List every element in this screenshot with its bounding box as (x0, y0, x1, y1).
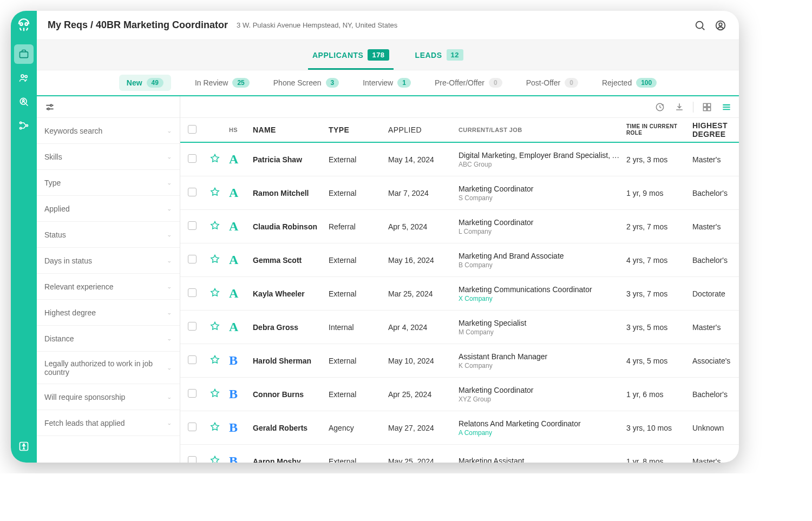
col-name[interactable]: NAME (253, 126, 329, 134)
row-checkbox[interactable] (188, 322, 197, 331)
filters-header[interactable] (37, 96, 180, 118)
applicant-row[interactable]: B Aaron Mosby External May 25, 2024 Mark… (180, 445, 739, 463)
svg-point-8 (20, 127, 22, 129)
applicant-row[interactable]: A Claudia Robinson Referral Apr 5, 2024 … (180, 210, 739, 243)
highest-degree: Master's (692, 323, 739, 332)
breadcrumb[interactable]: My Reqs / 40BR Marketing Coordinator (48, 19, 228, 31)
applicant-row[interactable]: A Ramon Mitchell External Mar 7, 2024 Ma… (180, 176, 739, 210)
nav-reqs-icon[interactable] (14, 44, 34, 64)
status-tabs: New49In Review25Phone Screen3Interview1P… (37, 70, 739, 96)
filter-fetch-leads-that-applied[interactable]: Fetch leads that applied⌄ (37, 410, 180, 436)
time-in-role: 3 yrs, 5 mos (626, 323, 692, 332)
filter-status[interactable]: Status⌄ (37, 222, 180, 248)
filter-relevant-experience[interactable]: Relevant experience⌄ (37, 274, 180, 300)
svg-rect-19 (708, 103, 711, 107)
filter-days-in-status[interactable]: Days in status⌄ (37, 248, 180, 274)
status-tab-interview[interactable]: Interview1 (363, 70, 411, 95)
favorite-star-icon[interactable] (209, 324, 220, 333)
row-checkbox[interactable] (188, 255, 197, 263)
applicant-row[interactable]: B Harold Sherman External May 10, 2024 A… (180, 344, 739, 378)
job-title: Assistant Branch Manager (459, 352, 621, 361)
row-checkbox[interactable] (188, 355, 197, 364)
tab-leads[interactable]: LEADS 12 (413, 40, 466, 70)
applicants-table: HS NAME TYPE APPLIED CURRENT/LAST JOB TI… (180, 96, 739, 463)
applicant-type: Internal (329, 323, 388, 332)
status-tab-new[interactable]: New49 (119, 75, 171, 91)
applicant-row[interactable]: A Patricia Shaw External May 14, 2024 Di… (180, 143, 739, 176)
favorite-star-icon[interactable] (209, 190, 220, 199)
user-profile-icon[interactable] (713, 18, 728, 33)
applicant-row[interactable]: A Kayla Wheeler External Mar 25, 2024 Ma… (180, 277, 739, 311)
status-count: 49 (147, 78, 163, 88)
svg-rect-2 (20, 52, 28, 58)
row-checkbox[interactable] (188, 221, 197, 230)
col-type[interactable]: TYPE (329, 126, 388, 134)
job-title: Marketing Specialist (459, 319, 621, 327)
svg-rect-18 (703, 103, 706, 107)
applicant-name: Debra Gross (253, 323, 329, 332)
favorite-star-icon[interactable] (209, 223, 220, 233)
job-title: Digital Marketing, Employer Brand Specia… (459, 151, 621, 160)
main-content: My Reqs / 40BR Marketing Coordinator 3 W… (37, 11, 739, 463)
filter-legally-authorized-to-work-in-job-country[interactable]: Legally authorized to work in job countr… (37, 352, 180, 384)
search-icon[interactable] (692, 18, 708, 33)
favorite-star-icon[interactable] (209, 425, 220, 434)
chevron-down-icon: ⌄ (167, 232, 172, 238)
filter-highest-degree[interactable]: Highest degree⌄ (37, 300, 180, 326)
applicant-name: Gemma Scott (253, 256, 329, 265)
row-checkbox[interactable] (188, 188, 197, 196)
chevron-down-icon: ⌄ (167, 420, 172, 426)
filter-label: Fetch leads that applied (44, 419, 125, 427)
status-tab-post-offer[interactable]: Post-Offer0 (526, 70, 578, 95)
tab-applicants[interactable]: APPLICANTS 178 (310, 40, 391, 70)
filter-applied[interactable]: Applied⌄ (37, 196, 180, 222)
row-checkbox[interactable] (188, 389, 197, 398)
favorite-star-icon[interactable] (209, 291, 220, 300)
grid-view-icon[interactable] (701, 101, 713, 113)
nav-search-person-icon[interactable] (14, 92, 34, 111)
refresh-icon[interactable] (654, 101, 666, 113)
col-hs[interactable]: HS (229, 127, 253, 133)
status-tab-in-review[interactable]: In Review25 (195, 70, 250, 95)
row-checkbox[interactable] (188, 288, 197, 297)
applicant-row[interactable]: A Debra Gross Internal Apr 4, 2024 Marke… (180, 311, 739, 344)
applicant-row[interactable]: B Connor Burns External Apr 25, 2024 Mar… (180, 378, 739, 411)
svg-point-12 (696, 21, 703, 28)
list-view-icon[interactable] (721, 101, 732, 113)
status-label: Post-Offer (526, 78, 561, 87)
filter-label: Days in status (44, 256, 92, 265)
select-all-checkbox[interactable] (188, 125, 197, 134)
favorite-star-icon[interactable] (209, 257, 220, 266)
filter-keywords-search[interactable]: Keywords search⌄ (37, 118, 180, 144)
col-time[interactable]: TIME IN CURRENT ROLE (626, 123, 692, 136)
applied-date: Mar 7, 2024 (388, 189, 459, 197)
status-tab-rejected[interactable]: Rejected100 (602, 70, 657, 95)
status-count: 100 (636, 78, 657, 88)
col-degree[interactable]: HIGHEST DEGREE (692, 121, 739, 139)
main-tabs: APPLICANTS 178 LEADS 12 (37, 40, 739, 70)
row-checkbox[interactable] (188, 456, 197, 463)
col-applied[interactable]: APPLIED (388, 126, 459, 134)
filter-will-require-sponsorship[interactable]: Will require sponsorship⌄ (37, 384, 180, 410)
favorite-star-icon[interactable] (209, 391, 220, 400)
applicant-row[interactable]: B Gerald Roberts Agency May 27, 2024 Rel… (180, 411, 739, 445)
row-checkbox[interactable] (188, 423, 197, 431)
download-icon[interactable] (673, 101, 685, 113)
job-title: Marketing Coordinator (459, 184, 621, 193)
row-checkbox[interactable] (188, 154, 197, 163)
status-tab-phone-screen[interactable]: Phone Screen3 (273, 70, 339, 95)
nav-accessibility-icon[interactable] (14, 437, 34, 456)
applicant-type: External (329, 256, 388, 265)
favorite-star-icon[interactable] (209, 358, 220, 367)
applicant-row[interactable]: A Gemma Scott External May 16, 2024 Mark… (180, 243, 739, 277)
favorite-star-icon[interactable] (209, 458, 220, 463)
filter-type[interactable]: Type⌄ (37, 170, 180, 196)
nav-workflow-icon[interactable] (14, 116, 34, 135)
chevron-down-icon: ⌄ (167, 310, 172, 315)
col-job[interactable]: CURRENT/LAST JOB (459, 127, 626, 133)
nav-people-icon[interactable] (14, 68, 34, 88)
filter-distance[interactable]: Distance⌄ (37, 326, 180, 352)
favorite-star-icon[interactable] (209, 156, 220, 166)
filter-skills[interactable]: Skills⌄ (37, 144, 180, 170)
status-tab-pre-offer-offer[interactable]: Pre-Offer/Offer0 (435, 70, 502, 95)
